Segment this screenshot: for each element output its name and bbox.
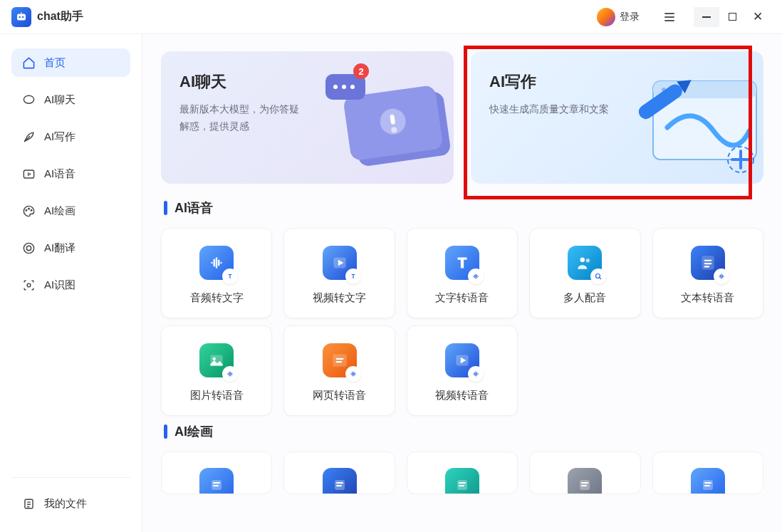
- feather-icon: [21, 130, 36, 144]
- svg-point-39: [596, 274, 600, 278]
- tool-label: 视频转语音: [435, 389, 489, 402]
- paint-tool-card[interactable]: [161, 452, 272, 494]
- voice-tool-grid: T音频转文字T视频转文字文字转语音多人配音文本转语音: [161, 228, 763, 318]
- svg-point-19: [333, 85, 338, 89]
- chat-badge: 2: [358, 66, 363, 77]
- voice-tool-card[interactable]: T视频转文字: [283, 228, 395, 318]
- section-voice-header: AI语音: [164, 199, 763, 217]
- sidebar-item-label: AI翻译: [44, 241, 75, 255]
- translate-icon: [21, 241, 36, 255]
- sidebar-item-write[interactable]: AI写作: [11, 122, 130, 151]
- voice-tool-card[interactable]: 视频转语音: [407, 325, 518, 416]
- hero-write-subtitle: 快速生成高质量文章和文案: [489, 101, 617, 118]
- sidebar-item-myfiles[interactable]: 我的文件: [11, 489, 130, 518]
- sidebar-item-label: AI聊天: [44, 93, 75, 107]
- tool-label: 网页转语音: [313, 389, 366, 402]
- scan-icon: [21, 278, 36, 292]
- svg-point-9: [24, 243, 33, 253]
- svg-point-6: [26, 209, 27, 211]
- voice-tool-card[interactable]: 文本转语音: [652, 228, 763, 318]
- sidebar-item-paint[interactable]: AI绘画: [11, 197, 130, 225]
- svg-point-7: [28, 208, 29, 209]
- voice-tool-card[interactable]: 网页转语音: [283, 325, 395, 416]
- svg-point-21: [350, 85, 355, 89]
- hero-chat-subtitle: 最新版本大模型，为你答疑解惑，提供灵感: [179, 101, 308, 135]
- chat-illustration-icon: 2: [304, 60, 454, 184]
- tool-badge-icon: [222, 366, 238, 382]
- svg-point-20: [342, 85, 346, 89]
- tool-icon: [323, 343, 357, 377]
- paint-tool-card[interactable]: [407, 452, 518, 494]
- section-accent-icon: [164, 424, 167, 439]
- tool-badge-icon: T: [222, 268, 238, 284]
- avatar[interactable]: [597, 8, 615, 26]
- svg-point-8: [31, 209, 32, 211]
- sidebar-item-vision[interactable]: AI识图: [11, 271, 130, 299]
- tool-icon: T: [199, 246, 234, 280]
- paint-tool-card[interactable]: [652, 452, 763, 494]
- login-button[interactable]: 登录: [620, 11, 640, 24]
- tool-icon: [568, 468, 602, 494]
- tool-label: 音频转文字: [190, 291, 244, 305]
- app-title: chat助手: [37, 9, 83, 24]
- voice-tool-grid-row2: 图片转语音网页转语音视频转语音: [161, 325, 763, 416]
- sidebar-item-home[interactable]: 首页: [11, 48, 130, 77]
- tool-label: 多人配音: [563, 291, 606, 305]
- titlebar: chat助手 登录 ✕: [0, 0, 782, 34]
- tool-icon: [199, 343, 234, 377]
- audio-wave-icon: [21, 167, 36, 181]
- svg-text:T: T: [229, 273, 232, 280]
- tool-badge-icon: [714, 268, 729, 284]
- voice-tool-card[interactable]: 多人配音: [529, 228, 640, 318]
- section-accent-icon: [164, 201, 167, 215]
- tool-icon: [691, 468, 725, 494]
- tool-badge-icon: [345, 366, 361, 382]
- voice-tool-card[interactable]: 图片转语音: [161, 325, 272, 416]
- tool-label: 图片转语音: [190, 389, 244, 402]
- sidebar-item-voice[interactable]: AI语音: [11, 160, 130, 188]
- hero-card-write[interactable]: AI写作 快速生成高质量文章和文案: [471, 51, 763, 184]
- paint-tool-card[interactable]: [529, 452, 640, 494]
- svg-point-1: [19, 16, 21, 17]
- menu-button[interactable]: [657, 7, 682, 27]
- svg-point-37: [580, 257, 585, 262]
- tool-badge-icon: [468, 366, 484, 382]
- tool-icon: [445, 468, 479, 494]
- svg-text:T: T: [351, 273, 355, 280]
- sidebar-item-label: AI写作: [44, 130, 75, 144]
- tool-icon: T: [323, 246, 357, 280]
- svg-point-11: [27, 283, 31, 287]
- tool-label: 视频转文字: [313, 291, 366, 305]
- sidebar-item-label: AI绘画: [44, 204, 75, 218]
- tool-badge-icon: [590, 268, 606, 284]
- svg-point-42: [213, 358, 216, 360]
- sidebar-item-label: AI语音: [44, 167, 75, 181]
- sidebar-item-translate[interactable]: AI翻译: [11, 234, 130, 262]
- app-logo-icon: [11, 7, 31, 27]
- tool-icon: [445, 343, 479, 377]
- sidebar-item-chat[interactable]: AI聊天: [11, 85, 130, 114]
- close-button[interactable]: ✕: [745, 7, 771, 27]
- svg-point-38: [586, 259, 590, 262]
- sidebar-item-label: 首页: [44, 56, 66, 70]
- paint-tool-card[interactable]: [283, 452, 395, 494]
- voice-tool-card[interactable]: T音频转文字: [161, 228, 272, 318]
- tool-icon: [568, 246, 602, 280]
- paint-tool-grid: [161, 452, 763, 494]
- svg-rect-43: [333, 355, 345, 365]
- svg-rect-31: [731, 158, 751, 161]
- section-paint-header: AI绘画: [164, 423, 763, 440]
- section-voice-title: AI语音: [174, 199, 213, 217]
- palette-icon: [21, 204, 36, 218]
- files-icon: [21, 496, 36, 511]
- tool-icon: [199, 468, 234, 494]
- minimize-button[interactable]: [694, 7, 719, 27]
- svg-rect-5: [24, 169, 33, 177]
- hero-card-chat[interactable]: AI聊天 最新版本大模型，为你答疑解惑，提供灵感: [161, 51, 454, 184]
- tool-icon: [691, 246, 725, 280]
- voice-tool-card[interactable]: 文字转语音: [407, 228, 518, 318]
- maximize-button[interactable]: [719, 7, 745, 27]
- write-illustration-icon: [614, 60, 763, 184]
- svg-rect-3: [21, 12, 22, 14]
- tool-label: 文字转语音: [435, 291, 489, 305]
